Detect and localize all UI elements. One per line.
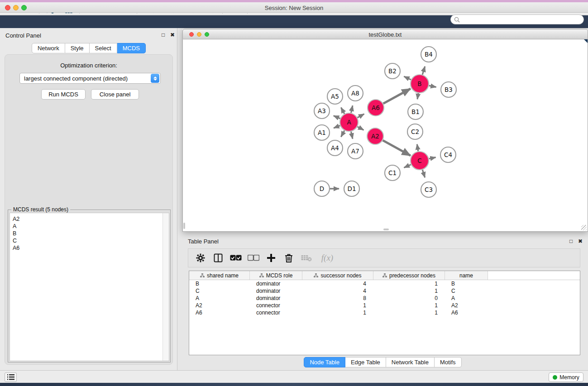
memory-button[interactable]: Memory: [549, 372, 583, 382]
table-cell[interactable]: B: [189, 280, 250, 287]
table-cell[interactable]: 1: [373, 280, 445, 287]
float-panel-icon[interactable]: □: [162, 32, 165, 38]
close-table-panel-icon[interactable]: ✖: [578, 238, 583, 244]
tab-network[interactable]: Network: [32, 43, 65, 53]
add-column-icon[interactable]: [264, 251, 278, 265]
table-row[interactable]: Cdominator41C: [189, 287, 580, 295]
table-cell[interactable]: connector: [250, 302, 302, 309]
resize-grip[interactable]: [581, 225, 587, 230]
window-title: Session: New Session: [0, 5, 588, 11]
table-cell[interactable]: B: [445, 280, 488, 287]
tab-edge-table[interactable]: Edge Table: [345, 357, 386, 367]
network-canvas[interactable]: B4B2BB3A5A8A6A3B1AA1C2A2A4A7C4CC1C3DD1: [182, 39, 588, 232]
mcds-result-item[interactable]: B: [13, 230, 169, 237]
column-header-predecessor-nodes[interactable]: predecessor nodes: [373, 271, 445, 280]
edge-C-C2[interactable]: [417, 144, 418, 152]
edge-C-C4[interactable]: [429, 157, 436, 159]
table-cell[interactable]: 8: [302, 295, 373, 302]
table-cell[interactable]: 1: [373, 287, 445, 295]
tab-node-table[interactable]: Node Table: [304, 357, 345, 367]
node-table[interactable]: shared nameMCDS rolesuccessor nodesprede…: [189, 271, 580, 355]
show-task-history-button[interactable]: [5, 372, 17, 382]
table-cell[interactable]: 4: [302, 280, 373, 287]
table-cell[interactable]: 4: [302, 287, 373, 295]
tab-motifs[interactable]: Motifs: [435, 357, 462, 367]
search-input[interactable]: [460, 16, 573, 23]
table-cell[interactable]: dominator: [250, 280, 302, 287]
mcds-result-list[interactable]: A2ABCA6: [10, 213, 169, 361]
network-view-window[interactable]: testGlobe.txt B4B2BB3A5A8A6A3B1AA1C2A2A4…: [182, 29, 588, 232]
float-table-panel-icon[interactable]: □: [569, 238, 573, 244]
table-cell[interactable]: A: [445, 295, 488, 302]
table-cell[interactable]: A2: [445, 302, 488, 309]
edge-A-A1[interactable]: [334, 126, 340, 128]
tab-mcds[interactable]: MCDS: [117, 43, 146, 53]
column-header-successor-nodes[interactable]: successor nodes: [302, 271, 373, 280]
edge-C-C3[interactable]: [422, 170, 425, 177]
edge-A-A2[interactable]: [358, 127, 364, 130]
criterion-select[interactable]: largest connected component (directed): [19, 73, 161, 84]
table-cell[interactable]: dominator: [250, 295, 302, 302]
mcds-result-item[interactable]: A2: [13, 215, 169, 223]
table-cell[interactable]: A6: [445, 309, 488, 316]
scrollbar[interactable]: [163, 213, 169, 361]
window-titlebar[interactable]: Session: New Session: [0, 2, 588, 13]
vertical-scrollbar-thumb[interactable]: [183, 223, 185, 229]
close-panel-icon[interactable]: ✖: [170, 32, 175, 38]
edge-A-A3[interactable]: [334, 116, 340, 119]
tab-style[interactable]: Style: [65, 43, 90, 53]
delete-table-icon[interactable]: [300, 251, 313, 265]
mcds-result-item[interactable]: C: [13, 237, 169, 244]
table-body[interactable]: Bdominator41BCdominator41CAdominator80AA…: [189, 280, 580, 316]
table-cell[interactable]: dominator: [250, 287, 302, 295]
delete-column-icon[interactable]: [282, 251, 296, 265]
table-cell[interactable]: 0: [373, 295, 445, 302]
edge-B-B2[interactable]: [404, 76, 411, 80]
table-cell[interactable]: C: [189, 287, 250, 295]
table-cell[interactable]: C: [445, 287, 488, 295]
edge-B-B3[interactable]: [429, 86, 436, 87]
network-graph[interactable]: B4B2BB3A5A8A6A3B1AA1C2A2A4A7C4CC1C3DD1: [183, 39, 588, 231]
edge-A-A8[interactable]: [351, 105, 353, 113]
edge-A6-B[interactable]: [383, 89, 411, 104]
edge-B-B1[interactable]: [417, 93, 418, 100]
select-all-checkboxes-icon[interactable]: [229, 251, 243, 265]
node-label-A1: A1: [318, 129, 326, 136]
search-box[interactable]: [450, 14, 584, 24]
table-cell[interactable]: A2: [189, 302, 250, 309]
tab-network-table[interactable]: Network Table: [386, 357, 435, 367]
table-cell[interactable]: A: [189, 295, 250, 302]
network-window-titlebar[interactable]: testGlobe.txt: [182, 29, 588, 39]
mcds-result-item[interactable]: A6: [13, 244, 169, 252]
run-mcds-button[interactable]: Run MCDS: [41, 89, 86, 100]
edge-A-A4[interactable]: [341, 130, 344, 137]
edge-A-A7[interactable]: [351, 132, 353, 139]
edge-C-C1[interactable]: [404, 165, 411, 168]
table-cell[interactable]: A6: [189, 309, 250, 316]
column-layout-icon[interactable]: [211, 251, 225, 265]
table-cell[interactable]: 1: [302, 309, 373, 316]
table-cell[interactable]: 1: [302, 302, 373, 309]
edge-A-A6[interactable]: [357, 114, 364, 118]
column-header-name[interactable]: name: [445, 271, 488, 280]
mcds-result-item[interactable]: A: [13, 223, 169, 230]
table-toolbar: f(x): [188, 248, 580, 267]
close-panel-button[interactable]: Close panel: [91, 89, 139, 100]
table-row[interactable]: Bdominator41B: [189, 280, 580, 287]
edge-A-A5[interactable]: [341, 108, 344, 114]
table-panel-title: Table Panel: [188, 238, 219, 245]
column-header-MCDS-role[interactable]: MCDS role: [250, 271, 302, 280]
column-header-shared-name[interactable]: shared name: [189, 271, 250, 280]
edge-B-B4[interactable]: [422, 67, 425, 75]
table-cell[interactable]: connector: [250, 309, 302, 316]
horizontal-scrollbar-thumb[interactable]: [383, 229, 389, 230]
table-row[interactable]: Adominator80A: [189, 295, 580, 302]
table-row[interactable]: A6connector11A6: [189, 309, 580, 316]
table-cell[interactable]: 1: [373, 302, 445, 309]
settings-icon[interactable]: [194, 251, 207, 265]
deselect-all-checkboxes-icon[interactable]: [247, 251, 260, 265]
edge-A2-C[interactable]: [383, 140, 411, 156]
table-cell[interactable]: 1: [373, 309, 445, 316]
table-row[interactable]: A2connector11A2: [189, 302, 580, 309]
tab-select[interactable]: Select: [90, 43, 117, 53]
